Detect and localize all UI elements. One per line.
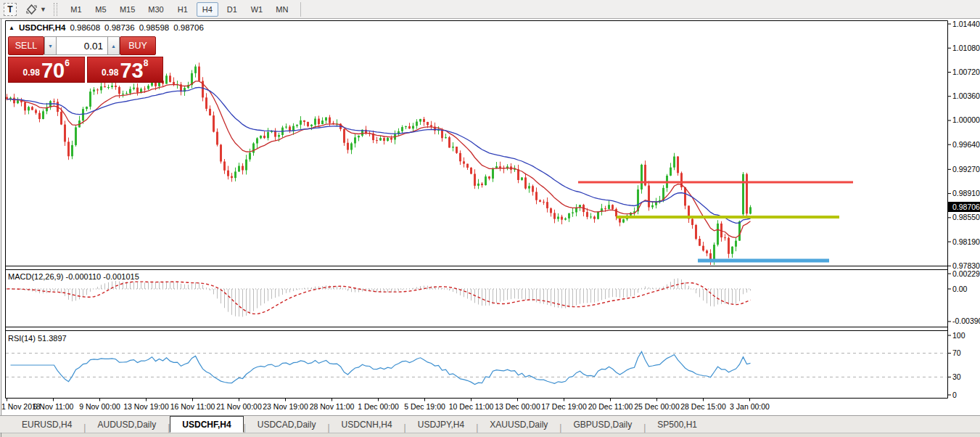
macd-label: MACD(12,26,9) -0.000110 -0.001015 (8, 272, 139, 281)
lot-decrease-button[interactable]: ▼ (44, 36, 57, 55)
tab-usdcnh-h4[interactable]: USDCNH,H4 (330, 417, 404, 433)
sell-price-sup: 6 (65, 58, 70, 68)
sell-price-big: 70 (41, 61, 65, 80)
buy-price-display[interactable]: 0.98 73 8 (87, 57, 164, 83)
mt4-window: { "toolbar": { "text_tool_label": "T", "… (0, 0, 980, 437)
tab-audusd-daily[interactable]: AUDUSD,Daily (86, 417, 168, 433)
tab-usdjpy-h4[interactable]: USDJPY,H4 (406, 417, 476, 433)
tab-usdchf-h4[interactable]: USDCHF,H4 (170, 416, 243, 433)
collapse-icon[interactable]: ▲ (9, 25, 15, 31)
current-price-badge: 0.98706 (948, 202, 980, 212)
sell-button[interactable]: SELL (8, 36, 44, 55)
tab-usdcad-daily[interactable]: USDCAD,Daily (246, 417, 328, 433)
one-click-trade-panel: SELL ▼ ▲ BUY 0.98 70 6 0.98 73 8 (8, 36, 163, 83)
tab-eurusd-h4[interactable]: EURUSD,H4 (10, 417, 83, 433)
lot-increase-button[interactable]: ▲ (107, 36, 120, 55)
symbol-header: ▲ USDCHF,H4 0.98608 0.98736 0.98598 0.98… (9, 23, 204, 32)
close-value: 0.98706 (173, 23, 204, 32)
rsi-label: RSI(14) 51.3897 (8, 334, 67, 343)
buy-price-sup: 8 (144, 58, 149, 68)
low-value: 0.98598 (139, 23, 170, 32)
sell-price-prefix: 0.98 (23, 68, 40, 80)
sell-price-display[interactable]: 0.98 70 6 (8, 57, 85, 83)
buy-button[interactable]: BUY (120, 36, 156, 55)
tab-xauusd-daily[interactable]: XAUUSD,Daily (478, 417, 559, 433)
buy-price-big: 73 (120, 61, 143, 80)
open-value: 0.98608 (70, 23, 100, 32)
symbol-label: USDCHF,H4 (19, 23, 66, 32)
chart-tab-bar: EURUSD,H4|AUDUSD,Daily|USDCHF,H4|USDCAD,… (0, 415, 980, 433)
buy-price-prefix: 0.98 (102, 68, 118, 80)
high-value: 0.98736 (104, 23, 135, 32)
tab-sp500-h1[interactable]: SP500,H1 (646, 417, 709, 433)
tab-gbpusd-daily[interactable]: GBPUSD,Daily (561, 417, 643, 433)
lot-size-input[interactable] (57, 36, 107, 55)
